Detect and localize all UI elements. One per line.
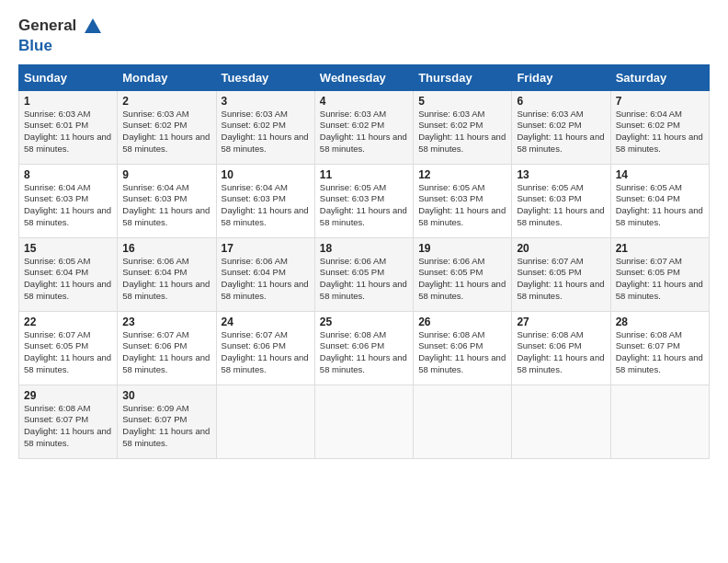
calendar-header-sunday: Sunday [19,64,118,90]
calendar-header-monday: Monday [118,64,216,90]
sunset-label: Sunset: 6:04 PM [24,267,88,277]
day-info: Sunrise: 6:05 AM Sunset: 6:03 PM Dayligh… [320,182,408,229]
sunset-label: Sunset: 6:02 PM [517,120,581,130]
day-number: 3 [222,95,310,108]
calendar-cell: 11 Sunrise: 6:05 AM Sunset: 6:03 PM Dayl… [314,164,413,237]
daylight-label: Daylight: 11 hours and 58 minutes. [122,132,210,154]
sunset-label: Sunset: 6:03 PM [24,193,88,203]
sunrise-label: Sunrise: 6:07 AM [222,329,288,339]
sunset-label: Sunset: 6:05 PM [24,340,88,350]
sunrise-label: Sunrise: 6:08 AM [418,329,484,339]
logo-blue: Blue [18,37,103,55]
calendar-cell [216,385,314,458]
calendar-header-row: SundayMondayTuesdayWednesdayThursdayFrid… [19,64,710,90]
daylight-label: Daylight: 11 hours and 58 minutes. [222,279,309,301]
day-number: 18 [320,242,408,255]
day-info: Sunrise: 6:05 AM Sunset: 6:03 PM Dayligh… [517,182,605,229]
day-number: 29 [24,389,112,402]
daylight-label: Daylight: 11 hours and 58 minutes. [616,352,703,374]
sunset-label: Sunset: 6:02 PM [418,120,483,130]
sunset-label: Sunset: 6:06 PM [320,340,384,350]
sunrise-label: Sunrise: 6:03 AM [222,109,288,119]
daylight-label: Daylight: 11 hours and 58 minutes. [122,352,210,374]
sunset-label: Sunset: 6:07 PM [24,414,88,424]
daylight-label: Daylight: 11 hours and 58 minutes. [517,205,604,227]
sunset-label: Sunset: 6:06 PM [222,340,286,350]
calendar-header-saturday: Saturday [610,64,709,90]
sunrise-label: Sunrise: 6:04 AM [24,182,90,192]
day-number: 24 [222,316,310,328]
calendar-cell: 6 Sunrise: 6:03 AM Sunset: 6:02 PM Dayli… [512,90,610,164]
calendar-cell [512,385,610,458]
sunrise-label: Sunrise: 6:08 AM [517,329,583,339]
calendar-header-tuesday: Tuesday [216,64,314,90]
daylight-label: Daylight: 11 hours and 58 minutes. [418,132,506,154]
sunrise-label: Sunrise: 6:07 AM [517,256,583,266]
daylight-label: Daylight: 11 hours and 58 minutes. [24,279,111,301]
sunset-label: Sunset: 6:02 PM [122,120,187,130]
daylight-label: Daylight: 11 hours and 58 minutes. [616,279,703,301]
calendar-cell: 15 Sunrise: 6:05 AM Sunset: 6:04 PM Dayl… [19,237,118,311]
day-info: Sunrise: 6:07 AM Sunset: 6:05 PM Dayligh… [517,256,605,303]
sunset-label: Sunset: 6:07 PM [122,414,187,424]
sunset-label: Sunset: 6:05 PM [616,267,680,277]
sunset-label: Sunset: 6:03 PM [320,193,384,203]
daylight-label: Daylight: 11 hours and 58 minutes. [122,205,210,227]
daylight-label: Daylight: 11 hours and 58 minutes. [24,352,111,374]
sunset-label: Sunset: 6:04 PM [122,267,187,277]
calendar-cell [414,385,512,458]
daylight-label: Daylight: 11 hours and 58 minutes. [320,205,407,227]
sunset-label: Sunset: 6:05 PM [517,267,581,277]
calendar-week-4: 22 Sunrise: 6:07 AM Sunset: 6:05 PM Dayl… [19,311,710,385]
calendar-cell: 19 Sunrise: 6:06 AM Sunset: 6:05 PM Dayl… [414,237,512,311]
daylight-label: Daylight: 11 hours and 58 minutes. [517,279,604,301]
sunset-label: Sunset: 6:02 PM [320,120,384,130]
day-info: Sunrise: 6:04 AM Sunset: 6:03 PM Dayligh… [222,182,310,229]
day-number: 8 [24,168,112,181]
day-number: 10 [222,168,310,181]
sunrise-label: Sunrise: 6:06 AM [222,256,288,266]
calendar-cell: 26 Sunrise: 6:08 AM Sunset: 6:06 PM Dayl… [414,311,512,385]
daylight-label: Daylight: 11 hours and 58 minutes. [222,132,309,154]
day-number: 23 [122,316,210,328]
sunrise-label: Sunrise: 6:04 AM [616,109,682,119]
logo-icon [83,17,103,37]
day-number: 6 [517,95,605,108]
sunrise-label: Sunrise: 6:03 AM [122,109,188,119]
daylight-label: Daylight: 11 hours and 58 minutes. [418,279,506,301]
sunrise-label: Sunrise: 6:05 AM [517,182,583,192]
day-info: Sunrise: 6:05 AM Sunset: 6:04 PM Dayligh… [616,182,704,229]
day-info: Sunrise: 6:03 AM Sunset: 6:02 PM Dayligh… [517,109,605,155]
day-info: Sunrise: 6:07 AM Sunset: 6:06 PM Dayligh… [122,329,210,376]
day-info: Sunrise: 6:03 AM Sunset: 6:01 PM Dayligh… [24,109,112,155]
calendar-cell: 13 Sunrise: 6:05 AM Sunset: 6:03 PM Dayl… [512,164,610,237]
calendar-cell: 22 Sunrise: 6:07 AM Sunset: 6:05 PM Dayl… [19,311,118,385]
day-number: 11 [320,168,408,181]
calendar-cell: 25 Sunrise: 6:08 AM Sunset: 6:06 PM Dayl… [314,311,413,385]
logo: General Blue [18,17,103,55]
sunset-label: Sunset: 6:04 PM [222,267,286,277]
daylight-label: Daylight: 11 hours and 58 minutes. [517,132,604,154]
day-number: 26 [418,316,506,328]
calendar-cell: 21 Sunrise: 6:07 AM Sunset: 6:05 PM Dayl… [610,237,709,311]
calendar-cell: 27 Sunrise: 6:08 AM Sunset: 6:06 PM Dayl… [512,311,610,385]
calendar-week-2: 8 Sunrise: 6:04 AM Sunset: 6:03 PM Dayli… [19,164,710,237]
sunset-label: Sunset: 6:05 PM [418,267,483,277]
day-info: Sunrise: 6:08 AM Sunset: 6:06 PM Dayligh… [320,329,408,376]
day-number: 12 [418,168,506,181]
sunrise-label: Sunrise: 6:05 AM [616,182,682,192]
day-info: Sunrise: 6:05 AM Sunset: 6:04 PM Dayligh… [24,256,112,303]
daylight-label: Daylight: 11 hours and 58 minutes. [517,352,604,374]
calendar-week-5: 29 Sunrise: 6:08 AM Sunset: 6:07 PM Dayl… [19,385,710,458]
calendar-cell: 30 Sunrise: 6:09 AM Sunset: 6:07 PM Dayl… [118,385,216,458]
day-number: 22 [24,316,112,328]
sunrise-label: Sunrise: 6:03 AM [418,109,484,119]
sunset-label: Sunset: 6:02 PM [222,120,286,130]
sunrise-label: Sunrise: 6:04 AM [222,182,288,192]
calendar-cell: 10 Sunrise: 6:04 AM Sunset: 6:03 PM Dayl… [216,164,314,237]
daylight-label: Daylight: 11 hours and 58 minutes. [320,352,407,374]
day-number: 14 [616,168,704,181]
calendar-cell: 16 Sunrise: 6:06 AM Sunset: 6:04 PM Dayl… [118,237,216,311]
day-number: 2 [122,95,210,108]
daylight-label: Daylight: 11 hours and 58 minutes. [222,205,309,227]
